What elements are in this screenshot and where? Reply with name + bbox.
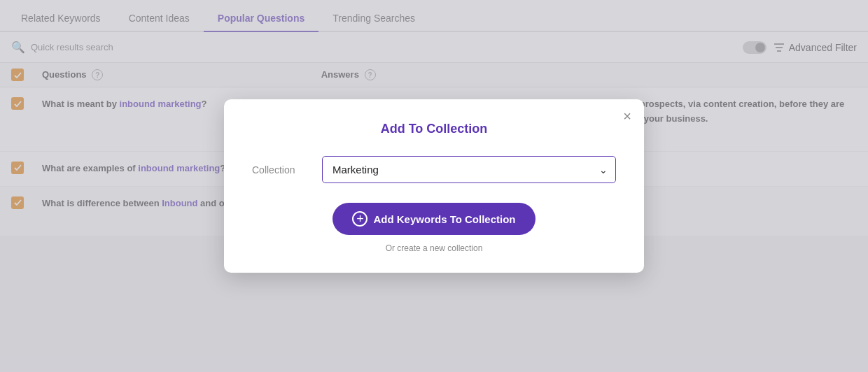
create-collection-link[interactable]: Or create a new collection bbox=[252, 243, 616, 253]
collection-label: Collection bbox=[252, 164, 308, 176]
modal-actions: + Add Keywords To Collection Or create a… bbox=[252, 203, 616, 253]
modal-close-button[interactable]: × bbox=[623, 109, 631, 123]
add-keywords-button[interactable]: + Add Keywords To Collection bbox=[332, 203, 535, 235]
collection-select[interactable]: Marketing SEO Content Social Media bbox=[322, 156, 616, 183]
collection-field: Collection Marketing SEO Content Social … bbox=[252, 156, 616, 183]
plus-circle-icon: + bbox=[352, 211, 368, 227]
modal-title: Add To Collection bbox=[252, 122, 616, 136]
collection-select-wrapper: Marketing SEO Content Social Media ⌄ bbox=[322, 156, 616, 183]
modal-overlay: × Add To Collection Collection Marketing… bbox=[0, 0, 868, 372]
add-to-collection-modal: × Add To Collection Collection Marketing… bbox=[224, 99, 644, 273]
